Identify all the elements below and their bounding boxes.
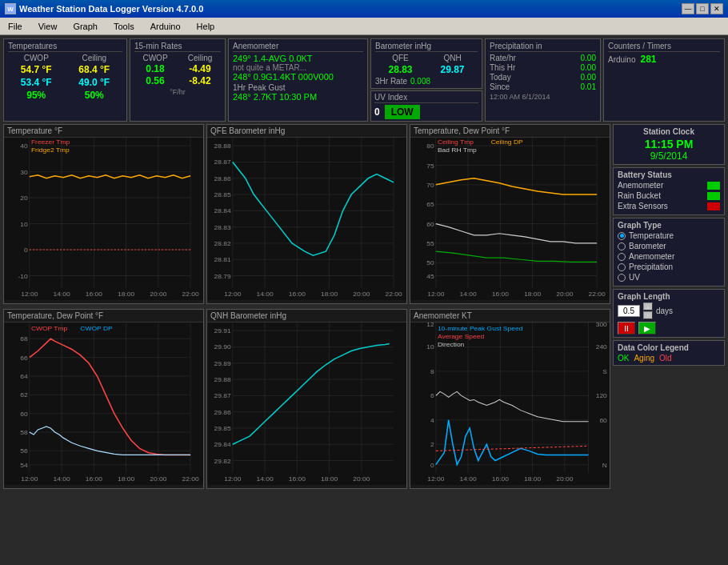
svg-text:29.82: 29.82 [214, 457, 231, 465]
precip-thishr-label: This Hr [490, 63, 578, 72]
temp-ceil-2: 49.0 °F [66, 77, 123, 88]
svg-text:28.88: 28.88 [214, 142, 231, 150]
svg-text:28.86: 28.86 [214, 174, 231, 182]
menu-view[interactable]: View [34, 20, 62, 33]
station-clock-title: Station Clock [618, 127, 720, 136]
svg-text:4: 4 [430, 416, 434, 424]
radio-anem[interactable] [618, 253, 626, 261]
maximize-button[interactable]: □ [696, 3, 709, 14]
svg-text:60: 60 [426, 220, 434, 228]
menu-tools[interactable]: Tools [109, 20, 139, 33]
pause-button[interactable]: ⏸ [618, 322, 635, 335]
svg-text:6: 6 [430, 392, 434, 400]
color-old-label: Old [659, 354, 672, 363]
svg-text:12:00: 12:00 [21, 475, 38, 483]
svg-text:75: 75 [426, 162, 434, 170]
anem-line1: 249° 1.4-AVG 0.0KT [233, 54, 363, 63]
battery-anem-row: Anemometer [618, 181, 720, 190]
window-title: Weather Station Data Logger Version 4.7.… [19, 4, 203, 14]
graph-length-input[interactable] [618, 305, 640, 317]
counters-panel: Counters / Timers Arduino 281 [603, 38, 725, 122]
temp-dp-chart-title: Temperature, Dew Point °F [410, 125, 610, 138]
svg-text:60: 60 [599, 416, 607, 424]
svg-text:16:00: 16:00 [86, 290, 103, 298]
graph-type-uv[interactable]: UV [618, 273, 720, 282]
svg-text:14:00: 14:00 [459, 290, 477, 298]
temperatures-title: Temperatures [8, 42, 122, 52]
svg-text:50: 50 [426, 259, 434, 267]
svg-text:68: 68 [20, 335, 28, 343]
anem-peak-val: 248° 2.7KT 10:30 PM [233, 92, 363, 102]
rates-cwop-2: 0.56 [134, 75, 176, 86]
clock-time: 11:15 PM [618, 138, 720, 150]
svg-text:14:00: 14:00 [256, 290, 274, 298]
svg-text:12:00: 12:00 [21, 290, 38, 298]
graph-type-precip[interactable]: Precipitation [618, 262, 720, 271]
graph-length-title: Graph Length [618, 292, 720, 301]
svg-text:28.84: 28.84 [214, 207, 231, 215]
clock-date: 9/5/2014 [618, 150, 720, 162]
stepper-up[interactable]: ▲ [643, 303, 653, 311]
temp-chart: Temperature °F [3, 124, 204, 304]
svg-text:0: 0 [24, 246, 28, 254]
precip-title: Precipitation in [490, 42, 596, 52]
svg-text:10: 10 [20, 220, 28, 228]
radio-precip[interactable] [618, 263, 626, 271]
counters-title: Counters / Timers [608, 42, 720, 52]
graph-type-baro[interactable]: Barometer [618, 242, 720, 250]
svg-text:18:00: 18:00 [321, 475, 338, 483]
svg-text:12:00: 12:00 [224, 475, 242, 483]
precip-thishr-val: 0.00 [581, 63, 596, 72]
svg-text:29.88: 29.88 [214, 375, 231, 383]
svg-text:N: N [602, 461, 607, 469]
battery-anem-indicator [707, 182, 720, 190]
svg-text:29.89: 29.89 [214, 359, 231, 367]
anem-line2: not quite a METAR... [233, 63, 363, 72]
temp-chart-title: Temperature °F [4, 125, 203, 138]
graph-type-temp[interactable]: Temperature [618, 231, 720, 240]
graph-length-panel: Graph Length ▲ ▼ days ⏸ ▶ [613, 289, 725, 338]
graph-type-anem[interactable]: Anemometer [618, 252, 720, 261]
svg-text:40: 40 [20, 142, 28, 150]
svg-text:2: 2 [430, 440, 434, 448]
qfe-chart-svg: 28.88 28.87 28.86 28.85 28.84 28.83 28.8… [207, 138, 406, 300]
graph-type-temp-label: Temperature [629, 231, 674, 240]
svg-text:Ceiling Tmp: Ceiling Tmp [438, 138, 474, 146]
svg-text:60: 60 [20, 410, 28, 418]
svg-text:120: 120 [596, 392, 608, 400]
svg-text:20:00: 20:00 [150, 290, 167, 298]
svg-text:12:00: 12:00 [427, 290, 445, 298]
uv-panel: UV Index 0 LOW [370, 90, 482, 122]
svg-text:Direction: Direction [438, 341, 465, 349]
svg-text:58: 58 [20, 428, 28, 436]
info-row: Temperatures CWOP Ceiling 54.7 °F 68.4 °… [3, 38, 725, 122]
svg-text:20:00: 20:00 [353, 475, 370, 483]
graph-type-panel: Graph Type Temperature Barometer Anemome… [613, 218, 725, 287]
radio-uv[interactable] [618, 274, 626, 282]
baro-qnh-label: QNH [427, 54, 478, 62]
play-button[interactable]: ▶ [638, 322, 656, 335]
svg-text:18:00: 18:00 [524, 475, 542, 483]
menu-help[interactable]: Help [192, 20, 220, 33]
rates-ceil-1: -4.49 [179, 63, 221, 74]
baro-3hr-val: 0.008 [410, 77, 430, 86]
radio-temp[interactable] [618, 232, 626, 240]
menu-graph[interactable]: Graph [68, 20, 102, 33]
svg-text:55: 55 [426, 239, 434, 247]
cwop-temp-chart: Temperature, Dew Point °F [3, 309, 204, 489]
precip-today-label: Today [490, 73, 578, 82]
radio-baro[interactable] [618, 242, 626, 250]
svg-text:S: S [602, 367, 607, 375]
menu-arduino[interactable]: Arduino [146, 20, 186, 33]
svg-text:14:00: 14:00 [459, 475, 477, 483]
rates-title: 15-min Rates [134, 42, 221, 52]
close-button[interactable]: ✕ [710, 3, 723, 14]
minimize-button[interactable]: — [682, 3, 694, 14]
stepper-down[interactable]: ▼ [643, 311, 653, 319]
battery-extra-indicator [707, 202, 720, 210]
rates-ceiling-label: Ceiling [179, 54, 221, 62]
graph-type-uv-label: UV [629, 273, 640, 282]
rates-panel: 15-min Rates CWOP Ceiling 0.18 -4.49 0.5… [130, 38, 226, 122]
menu-file[interactable]: File [3, 20, 27, 33]
anemometer-title: Anemometer [233, 42, 363, 52]
